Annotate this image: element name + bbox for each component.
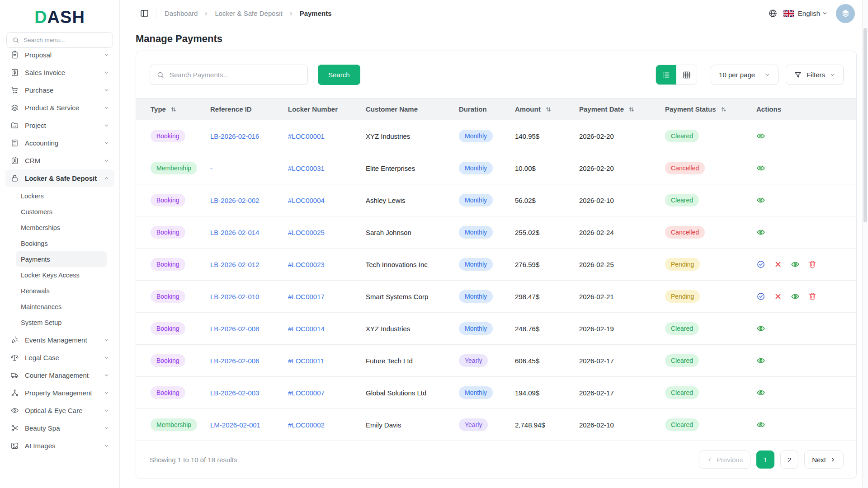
page-2-button[interactable]: 2 xyxy=(780,450,798,469)
reference-link[interactable]: LB-2026-02-010 xyxy=(210,293,259,300)
sidebar-item-legal-case[interactable]: Legal Case xyxy=(5,349,114,366)
previous-page-button[interactable]: Previous xyxy=(699,450,750,469)
locker-number-link[interactable]: #LOC00007 xyxy=(288,389,325,397)
search-button[interactable]: Search xyxy=(318,65,360,85)
locker-number-link[interactable]: #LOC00023 xyxy=(288,261,325,268)
sidebar-item-property-management[interactable]: Property Management xyxy=(5,384,114,402)
view-action-button[interactable] xyxy=(756,388,765,397)
type-cell: Booking xyxy=(136,249,203,281)
sidebar-item-beauty-spa[interactable]: Beauty Spa xyxy=(5,419,114,437)
filters-button[interactable]: Filters xyxy=(786,65,844,85)
locker-number-link[interactable]: #LOC00014 xyxy=(288,325,325,333)
view-action-button[interactable] xyxy=(756,131,765,141)
locker-number-link[interactable]: #LOC00031 xyxy=(288,164,325,172)
payment-date-cell: 2026-02-17 xyxy=(572,345,658,377)
user-avatar[interactable] xyxy=(836,4,855,23)
row-actions xyxy=(756,356,850,365)
status-badge: Cleared xyxy=(665,418,699,431)
list-view-button[interactable] xyxy=(656,65,676,84)
globe-icon[interactable] xyxy=(768,9,778,18)
language-selector[interactable]: English xyxy=(798,9,828,17)
sidebar-toggle-icon[interactable] xyxy=(140,9,149,18)
sidebar-item-accounting[interactable]: Accounting xyxy=(5,134,114,152)
sidebar-item-laundry-management[interactable]: Laundry Management xyxy=(5,455,114,458)
reject-action-button[interactable] xyxy=(774,260,783,269)
sidebar-item-proposal[interactable]: Proposal xyxy=(5,49,114,64)
reference-link[interactable]: LM-2026-02-001 xyxy=(210,421,260,429)
sort-icon[interactable] xyxy=(170,106,177,113)
sidebar-subitem-renewals[interactable]: Renewals xyxy=(16,283,107,299)
window-scrollbar[interactable] xyxy=(862,0,868,488)
sidebar-subitem-system-setup[interactable]: System Setup xyxy=(16,314,107,330)
locker-number-link[interactable]: #LOC00025 xyxy=(288,229,325,236)
chevron-down-icon xyxy=(104,408,109,413)
reference-link[interactable]: LB-2026-02-002 xyxy=(210,197,259,204)
sidebar-item-events-management[interactable]: Events Management xyxy=(5,331,114,349)
breadcrumb-locker-safe-deposit[interactable]: Locker & Safe Deposit xyxy=(215,9,282,17)
sort-icon[interactable] xyxy=(720,106,727,113)
locker-number-link[interactable]: #LOC00017 xyxy=(288,293,325,300)
view-action-button[interactable] xyxy=(756,420,765,429)
trash-icon xyxy=(808,292,817,301)
reference-link[interactable]: LB-2026-02-008 xyxy=(210,325,259,333)
reference-link[interactable]: LB-2026-02-003 xyxy=(210,389,259,397)
sort-icon[interactable] xyxy=(628,106,635,113)
per-page-select[interactable]: 10 per page xyxy=(711,65,778,85)
sidebar-item-optical-eye-care[interactable]: Optical & Eye Care xyxy=(5,402,114,419)
reference-link[interactable]: LB-2026-02-006 xyxy=(210,357,259,365)
payments-search-input[interactable] xyxy=(170,71,301,79)
locker-number-link[interactable]: #LOC00004 xyxy=(288,197,325,204)
locker-number-link[interactable]: #LOC00011 xyxy=(288,357,324,365)
column-header-amount[interactable]: Amount xyxy=(508,99,572,120)
approve-action-button[interactable] xyxy=(756,292,765,301)
column-header-payment-date[interactable]: Payment Date xyxy=(572,99,658,120)
sidebar-item-ai-images[interactable]: AI Images xyxy=(5,437,114,455)
breadcrumb-dashboard[interactable]: Dashboard xyxy=(165,9,198,17)
sidebar-subitem-lockers[interactable]: Lockers xyxy=(16,188,107,204)
view-action-button[interactable] xyxy=(756,228,765,237)
reject-action-button[interactable] xyxy=(774,292,783,301)
reference-link[interactable]: LB-2026-02-016 xyxy=(210,132,259,140)
sidebar-subitem-payments[interactable]: Payments xyxy=(16,251,107,267)
sidebar-subitem-locker-keys-access[interactable]: Locker Keys Access xyxy=(16,267,107,283)
sidebar-item-locker-safe-deposit[interactable]: Locker & Safe Deposit xyxy=(5,169,114,187)
sidebar-subitem-memberships[interactable]: Memberships xyxy=(16,220,107,235)
sidebar-subitem-maintenances[interactable]: Maintenances xyxy=(16,299,107,314)
sidebar-item-sales-invoice[interactable]: Sales Invoice xyxy=(5,64,114,81)
column-header-type[interactable]: Type xyxy=(136,99,203,120)
locker-cell: #LOC00002 xyxy=(281,409,359,441)
delete-action-button[interactable] xyxy=(808,260,817,269)
chevron-down-icon xyxy=(104,70,109,75)
ai-image-icon xyxy=(10,441,19,450)
locker-number-link[interactable]: #LOC00001 xyxy=(288,132,325,140)
sidebar-item-project[interactable]: Project xyxy=(5,117,114,134)
page-1-button[interactable]: 1 xyxy=(756,450,774,469)
column-header-payment-status[interactable]: Payment Status xyxy=(658,99,749,120)
view-action-button[interactable] xyxy=(756,356,765,365)
view-action-button[interactable] xyxy=(756,324,765,333)
sidebar-item-product-service[interactable]: Product & Service xyxy=(5,99,114,117)
sidebar-item-purchase[interactable]: Purchase xyxy=(5,81,114,99)
view-action-button[interactable] xyxy=(791,292,800,301)
reference-link[interactable]: - xyxy=(210,164,212,172)
sidebar-subitem-bookings[interactable]: Bookings xyxy=(16,235,107,251)
delete-action-button[interactable] xyxy=(808,292,817,301)
actions-cell xyxy=(749,377,857,409)
reference-link[interactable]: LB-2026-02-012 xyxy=(210,261,259,268)
sidebar-subitem-customers[interactable]: Customers xyxy=(16,204,107,220)
amount-cell: 276.59$ xyxy=(508,249,572,281)
sidebar-search-input[interactable] xyxy=(24,37,107,43)
next-page-button[interactable]: Next xyxy=(804,450,844,469)
sidebar-item-courier-management[interactable]: Courier Management xyxy=(5,366,114,384)
actions-cell xyxy=(749,409,857,441)
grid-view-button[interactable] xyxy=(676,65,697,84)
view-action-button[interactable] xyxy=(791,260,800,269)
sidebar-item-crm[interactable]: CRM xyxy=(5,152,114,169)
scrollbar-thumb[interactable] xyxy=(863,28,867,222)
view-action-button[interactable] xyxy=(756,164,765,173)
reference-link[interactable]: LB-2026-02-014 xyxy=(210,229,259,236)
locker-number-link[interactable]: #LOC00002 xyxy=(288,421,325,429)
view-action-button[interactable] xyxy=(756,196,765,205)
approve-action-button[interactable] xyxy=(756,260,765,269)
sort-icon[interactable] xyxy=(545,106,552,113)
